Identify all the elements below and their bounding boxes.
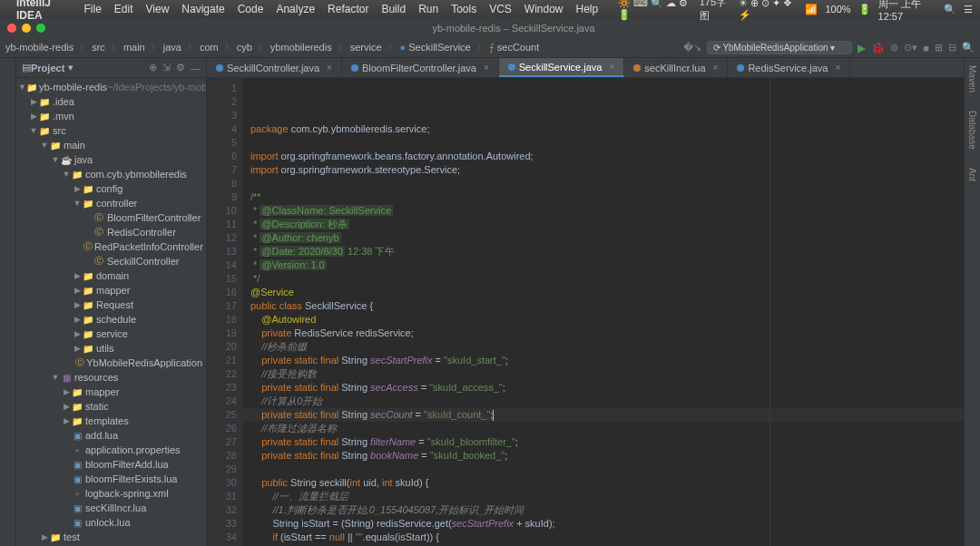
tree-item[interactable]: ⒸSeckillController bbox=[16, 254, 206, 268]
vcs-update-icon[interactable]: ⊞ bbox=[935, 42, 943, 54]
tree-item[interactable]: ▼📁com.cyb.ybmobileredis bbox=[16, 167, 206, 181]
breadcrumb-item[interactable]: src bbox=[92, 42, 105, 53]
tree-item[interactable]: ▶📁test bbox=[16, 530, 206, 544]
breadcrumb-item[interactable]: java bbox=[163, 42, 181, 53]
vcs-commit-icon[interactable]: ⊟ bbox=[948, 42, 956, 54]
maximize-icon[interactable] bbox=[36, 24, 45, 33]
tree-item[interactable]: ▶📁mapper bbox=[16, 283, 206, 297]
close-icon[interactable] bbox=[7, 24, 16, 33]
traffic-lights[interactable] bbox=[7, 24, 45, 33]
tree-item[interactable]: ▶📁utils bbox=[16, 341, 206, 356]
profile-icon[interactable]: ⊙▾ bbox=[904, 42, 917, 54]
breadcrumb-item[interactable]: ● SeckillService bbox=[400, 42, 471, 53]
breadcrumb-item[interactable]: yb-mobile-redis bbox=[5, 42, 74, 53]
project-dropdown-icon[interactable]: ▾ bbox=[68, 62, 74, 73]
database-tool-button[interactable]: Database bbox=[967, 111, 977, 150]
tree-item[interactable]: ⒸRedPacketInfoController bbox=[16, 239, 206, 254]
menu-code[interactable]: Code bbox=[238, 3, 264, 15]
run-icon[interactable]: ▶ bbox=[858, 42, 866, 54]
menu-file[interactable]: File bbox=[83, 3, 101, 15]
tree-item[interactable]: ▣secKillIncr.lua bbox=[16, 501, 206, 515]
editor-tab[interactable]: SeckillController.java× bbox=[207, 58, 342, 77]
menu-analyze[interactable]: Analyze bbox=[276, 3, 315, 15]
left-tool-stripe[interactable] bbox=[0, 58, 16, 546]
editor-tab[interactable]: BloomFilterController.java× bbox=[342, 58, 499, 77]
tree-item[interactable]: ⒸYbMobileRedisApplication bbox=[16, 356, 206, 370]
breadcrumb-item[interactable]: service bbox=[350, 42, 382, 53]
hide-icon[interactable]: — bbox=[191, 63, 201, 73]
tree-item[interactable]: ▼📁main bbox=[16, 138, 206, 152]
breadcrumb-item[interactable]: ⨍ secCount bbox=[489, 42, 540, 53]
close-tab-icon[interactable]: × bbox=[327, 63, 332, 73]
close-tab-icon[interactable]: × bbox=[609, 62, 614, 72]
menu-help[interactable]: Help bbox=[576, 3, 599, 15]
tree-item[interactable]: ▶📁templates bbox=[16, 414, 206, 428]
tree-item[interactable]: ▣bloomFilterExists.lua bbox=[16, 472, 206, 486]
tree-item[interactable]: ▼📁yb-mobile-redis ~/IdeaProjects/yb-mobi… bbox=[16, 80, 206, 94]
breadcrumb-item[interactable]: ybmobileredis bbox=[270, 42, 332, 53]
close-tab-icon[interactable]: × bbox=[713, 63, 719, 73]
coverage-icon[interactable]: ⊚ bbox=[890, 42, 898, 54]
tree-item[interactable]: ▶📁Request bbox=[16, 297, 206, 312]
stop-icon[interactable]: ■ bbox=[923, 43, 929, 54]
menu-tools[interactable]: Tools bbox=[451, 3, 476, 15]
editor-tab[interactable]: RedisService.java× bbox=[728, 58, 850, 77]
menu-vcs[interactable]: VCS bbox=[489, 3, 512, 15]
tree-item[interactable]: ▣add.lua bbox=[16, 428, 206, 443]
project-view-icon[interactable]: ▤ bbox=[22, 62, 31, 73]
tree-item[interactable]: ▶📁schedule bbox=[16, 312, 206, 327]
menu-run[interactable]: Run bbox=[418, 3, 438, 15]
ant-tool-button[interactable]: Ant bbox=[967, 168, 977, 181]
code-editor[interactable]: 1234567891011121314151617181920212223242… bbox=[207, 78, 964, 546]
app-name[interactable]: IntelliJ IDEA bbox=[16, 0, 71, 22]
tree-item[interactable]: ▣bloomFilterAdd.lua bbox=[16, 457, 206, 472]
tree-item[interactable]: ▼📁src bbox=[16, 123, 206, 138]
menu-window[interactable]: Window bbox=[524, 3, 564, 15]
tree-item[interactable]: ▣unlock.lua bbox=[16, 515, 206, 530]
mac-menubar: IntelliJ IDEA FileEditViewNavigateCodeAn… bbox=[0, 0, 980, 18]
build-icon[interactable]: �↘ bbox=[683, 42, 701, 54]
right-tool-stripe[interactable]: Maven Database Ant bbox=[964, 58, 980, 546]
breadcrumb-item[interactable]: cyb bbox=[237, 42, 252, 53]
tree-item[interactable]: ▶📁service bbox=[16, 327, 206, 341]
tree-item[interactable]: ⒸRedisController bbox=[16, 225, 206, 239]
menu-refactor[interactable]: Refactor bbox=[328, 3, 368, 15]
tree-item[interactable]: ▼▦resources bbox=[16, 370, 206, 385]
close-tab-icon[interactable]: × bbox=[484, 63, 489, 73]
minimize-icon[interactable] bbox=[22, 24, 31, 33]
tree-item[interactable]: ▶📁mapper bbox=[16, 385, 206, 399]
search-everywhere-icon[interactable]: 🔍 bbox=[962, 42, 975, 54]
debug-icon[interactable]: 🐞 bbox=[871, 42, 885, 54]
close-tab-icon[interactable]: × bbox=[835, 63, 840, 73]
expand-all-icon[interactable]: ⇲ bbox=[162, 62, 171, 73]
tree-item[interactable]: ▶📁.idea bbox=[16, 94, 206, 109]
tree-item[interactable]: ▫application.properties bbox=[16, 443, 206, 457]
select-opened-icon[interactable]: ⊕ bbox=[149, 62, 157, 73]
tree-item[interactable]: ▼☕java bbox=[16, 152, 206, 167]
project-title[interactable]: Project bbox=[31, 63, 64, 73]
run-config-select[interactable]: ⟳ YbMobileRedisApplication ▾ bbox=[707, 41, 853, 54]
menu-view[interactable]: View bbox=[146, 3, 170, 15]
editor-tab[interactable]: SeckillService.java× bbox=[499, 58, 625, 77]
project-tree[interactable]: ▼📁yb-mobile-redis ~/IdeaProjects/yb-mobi… bbox=[16, 78, 206, 546]
code-content[interactable]: package com.cyb.ybmobileredis.service; i… bbox=[243, 78, 964, 546]
menu-navigate[interactable]: Navigate bbox=[181, 3, 224, 15]
gutter[interactable]: 1234567891011121314151617181920212223242… bbox=[207, 78, 243, 546]
tree-item[interactable]: ▼📁controller bbox=[16, 196, 206, 210]
tree-item[interactable]: ⒸBloomFilterController bbox=[16, 210, 206, 225]
menu-build[interactable]: Build bbox=[381, 3, 406, 15]
settings-icon[interactable]: ⚙ bbox=[176, 62, 185, 73]
menu-icon[interactable]: ☰ bbox=[964, 4, 973, 15]
tree-item[interactable]: ▶📁.mvn bbox=[16, 109, 206, 123]
tree-item[interactable]: ▶📁config bbox=[16, 181, 206, 196]
tree-item[interactable]: ▶📁domain bbox=[16, 268, 206, 283]
menu-edit[interactable]: Edit bbox=[114, 3, 133, 15]
search-icon[interactable]: 🔍 bbox=[944, 4, 956, 15]
breadcrumb-item[interactable]: com bbox=[200, 42, 219, 53]
editor-tab[interactable]: secKillIncr.lua× bbox=[624, 58, 728, 77]
tree-item[interactable]: ▫logback-spring.xml bbox=[16, 486, 206, 501]
editor-tabs[interactable]: SeckillController.java×BloomFilterContro… bbox=[207, 58, 964, 78]
tree-item[interactable]: ▶📁static bbox=[16, 399, 206, 414]
breadcrumb-item[interactable]: main bbox=[123, 42, 145, 53]
maven-tool-button[interactable]: Maven bbox=[967, 65, 977, 93]
